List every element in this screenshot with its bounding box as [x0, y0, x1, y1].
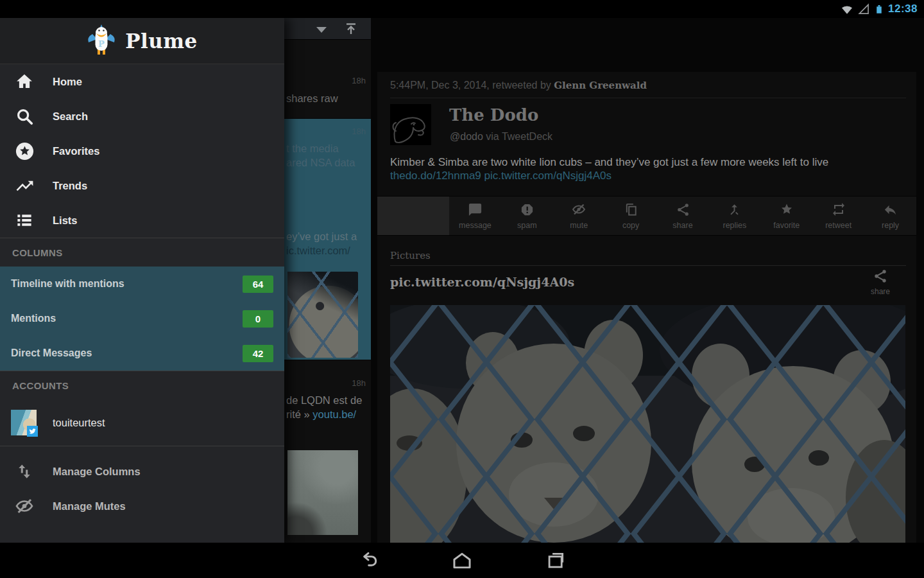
action-bar-selected-slot[interactable] — [377, 197, 449, 235]
tweet-text: Kimber & Simba are two white lion cubs –… — [390, 155, 897, 182]
scroll-to-top-icon[interactable] — [343, 21, 359, 39]
share-button[interactable]: share — [657, 197, 709, 235]
author-name[interactable]: The Dodo — [449, 105, 538, 125]
via-client: via TweetDeck — [483, 131, 552, 142]
replies-button[interactable]: replies — [708, 197, 760, 235]
drawer-item-home[interactable]: Home — [0, 64, 284, 99]
tweet-detail-panel: 5:44PM, Dec 3, 2014, retweeted by Glenn … — [371, 18, 924, 543]
lists-icon — [14, 210, 35, 231]
reply-icon — [883, 202, 898, 220]
tweet-text-fragment: ey’ve got just a — [286, 231, 357, 243]
column-toolbar — [284, 18, 371, 40]
tweet-photo-thumbnail[interactable] — [287, 450, 358, 535]
trends-icon — [14, 175, 35, 196]
navigation-drawer: P Plume Home Search Favorites Trends Lis… — [0, 18, 284, 543]
favorites-star-circle-icon — [14, 141, 35, 161]
reply-button[interactable]: reply — [864, 197, 916, 235]
drawer-header: P Plume — [0, 18, 284, 64]
lion-cubs-photo-art — [390, 305, 905, 543]
share-icon — [676, 202, 690, 220]
author-avatar[interactable] — [390, 104, 431, 145]
app-title: Plume — [125, 30, 198, 53]
columns-list: Timeline with mentions 64 Mentions 0 Dir… — [0, 267, 284, 371]
columns-section-header: COLUMNS — [0, 238, 284, 267]
plume-logo-icon: P — [87, 24, 116, 58]
drawer-item-search[interactable]: Search — [0, 99, 284, 134]
recents-button[interactable] — [542, 549, 569, 572]
tweet-timestamp: 18h — [352, 127, 366, 136]
column-item-mentions[interactable]: Mentions 0 — [0, 301, 284, 336]
home-icon — [14, 71, 35, 92]
back-button[interactable] — [355, 549, 382, 572]
drawer-item-manage-columns[interactable]: Manage Columns — [0, 454, 284, 489]
twitter-bird-badge-icon — [27, 426, 38, 437]
screen: 12:38 18h shares raw 18h t the media are… — [0, 0, 924, 578]
picture-link[interactable]: pic.twitter.com/qNsjgj4A0s — [390, 275, 574, 289]
battery-icon — [873, 2, 885, 16]
unread-count-badge: 0 — [243, 310, 273, 328]
search-icon — [14, 106, 35, 127]
account-username: touiteurtest — [53, 417, 105, 429]
column-dropdown-caret-icon[interactable] — [316, 27, 327, 33]
favorite-button[interactable]: favorite — [760, 197, 812, 235]
home-button[interactable] — [449, 549, 475, 572]
tweet-link[interactable]: thedo.do/12hnma9 — [390, 170, 481, 182]
timeline-tweet[interactable]: 18h shares raw — [284, 40, 371, 119]
unread-count-badge: 42 — [243, 345, 273, 362]
drawer-item-manage-mutes[interactable]: Manage Mutes — [0, 489, 284, 523]
manage-columns-swap-icon — [14, 461, 35, 482]
android-navbar — [0, 543, 924, 578]
timeline-tweet[interactable]: 18h de LQDN est de rité » youtu.be/ — [284, 360, 371, 543]
unread-count-badge: 64 — [243, 276, 273, 293]
picture-share-button[interactable]: share — [868, 268, 893, 296]
tweet-timestamp: 18h — [352, 76, 366, 85]
message-button[interactable]: message — [449, 197, 501, 235]
account-row[interactable]: touiteurtest — [0, 399, 284, 446]
drawer-item-lists[interactable]: Lists — [0, 203, 284, 238]
author-handle[interactable]: @dodo via TweetDeck — [450, 131, 552, 143]
tweet-photo-thumbnail[interactable] — [287, 272, 358, 358]
message-icon — [468, 202, 483, 220]
tweet-photo-lion-cubs[interactable] — [390, 305, 905, 543]
tweet-text-fragment: shares raw — [286, 92, 338, 105]
manage-mutes-eye-off-icon — [14, 496, 35, 516]
tweet-link-fragment[interactable]: youtu.be/ — [312, 408, 356, 420]
tweet-link[interactable]: pic.twitter.com/qNsjgj4A0s — [484, 170, 612, 182]
share-icon — [873, 275, 888, 286]
tweet-timestamp: 18h — [352, 378, 366, 388]
mute-button[interactable]: mute — [553, 197, 605, 235]
tweet-text-fragment: rité » youtu.be/ — [286, 408, 356, 421]
account-avatar — [11, 410, 37, 435]
retweeter-name: Glenn Greenwald — [554, 80, 647, 91]
retweet-icon — [831, 202, 846, 220]
accounts-section-header: ACCOUNTS — [0, 371, 284, 399]
column-item-direct-messages[interactable]: Direct Messages 42 — [0, 336, 284, 371]
tweet-text-fragment: ared NSA data — [286, 157, 355, 169]
mute-eye-off-icon — [571, 202, 586, 220]
tweet-text-fragment: t the media — [286, 143, 339, 155]
copy-icon — [624, 202, 638, 220]
status-bar: 12:38 — [0, 0, 924, 18]
status-time: 12:38 — [888, 3, 918, 15]
drawer-item-trends[interactable]: Trends — [0, 168, 284, 203]
tweet-link-fragment[interactable]: ic.twitter.com/ — [286, 245, 350, 257]
column-item-timeline[interactable]: Timeline with mentions 64 — [0, 267, 284, 301]
tweet-detail-card: 5:44PM, Dec 3, 2014, retweeted by Glenn … — [377, 72, 916, 543]
dodo-bird-line-art — [390, 104, 431, 145]
timeline-tweet-selected[interactable]: 18h t the media ared NSA data ey’ve got … — [284, 119, 371, 360]
divider — [390, 98, 906, 98]
spam-button[interactable]: spam — [501, 197, 553, 235]
retweet-meta: 5:44PM, Dec 3, 2014, retweeted by Glenn … — [390, 80, 647, 91]
retweet-button[interactable]: retweet — [812, 197, 864, 235]
timeline-column: 18h shares raw 18h t the media ared NSA … — [284, 18, 371, 543]
wifi-icon — [840, 2, 854, 16]
drawer-item-favorites[interactable]: Favorites — [0, 134, 284, 168]
divider — [390, 265, 906, 266]
spam-icon — [520, 202, 535, 220]
svg-text:P: P — [98, 39, 105, 49]
replies-merge-icon — [727, 202, 742, 220]
copy-button[interactable]: copy — [605, 197, 657, 235]
cell-signal-icon — [857, 3, 870, 15]
favorite-star-icon — [779, 202, 794, 220]
pictures-header: Pictures — [390, 250, 431, 261]
